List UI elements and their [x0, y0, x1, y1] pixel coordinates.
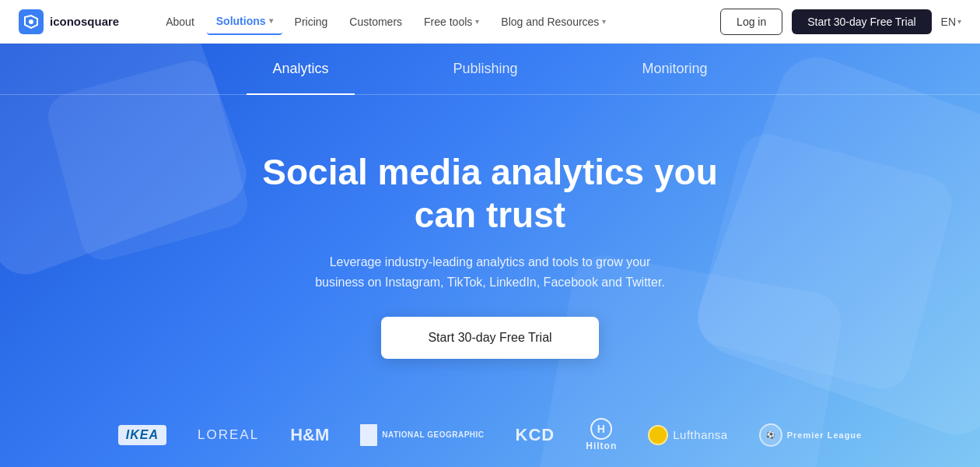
brands-bar: IKEA LOREAL H&M NATIONAL GEOGRAPHIC KCD … [0, 399, 980, 467]
lufthansa-circle-icon [648, 425, 668, 445]
chevron-down-icon: ▾ [957, 17, 961, 26]
ikea-logo: IKEA [118, 425, 166, 445]
natgeo-box-icon [360, 424, 377, 446]
nav-about[interactable]: About [156, 9, 204, 34]
logo[interactable]: iconosquare [19, 9, 119, 34]
hero-subtitle: Leverage industry-leading analytics and … [311, 252, 669, 292]
navbar: iconosquare About Solutions ▾ Pricing Cu… [0, 0, 980, 44]
natgeo-logo: NATIONAL GEOGRAPHIC [360, 424, 484, 446]
logo-text: iconosquare [50, 15, 119, 28]
chevron-down-icon: ▾ [602, 17, 606, 26]
subnav-monitoring[interactable]: Monitoring [580, 44, 770, 94]
nav-actions: Log in Start 30-day Free Trial EN ▾ [720, 9, 961, 35]
hero-trial-button[interactable]: Start 30-day Free Trial [381, 317, 598, 359]
nav-pricing[interactable]: Pricing [285, 9, 338, 34]
sub-navigation: Analytics Publishing Monitoring [0, 44, 980, 95]
loreal-logo: LOREAL [198, 427, 259, 443]
hero-section: Analytics Publishing Monitoring Social m… [0, 44, 980, 467]
nav-customers[interactable]: Customers [340, 9, 411, 34]
hero-title: Social media analytics you can trust [257, 151, 723, 237]
nav-links: About Solutions ▾ Pricing Customers Free… [156, 9, 720, 35]
nav-blog[interactable]: Blog and Resources ▾ [492, 9, 615, 34]
lufthansa-logo: Lufthansa [648, 425, 727, 445]
hilton-logo: H Hilton [586, 418, 617, 451]
trial-button[interactable]: Start 30-day Free Trial [792, 9, 931, 34]
nav-solutions[interactable]: Solutions ▾ [207, 9, 282, 35]
hm-logo: H&M [290, 425, 329, 445]
hilton-circle-icon: H [590, 418, 612, 440]
premier-league-logo: ⚽ Premier League [759, 423, 863, 447]
nav-free-tools[interactable]: Free tools ▾ [415, 9, 488, 34]
logo-icon [19, 9, 44, 34]
chevron-down-icon: ▾ [475, 17, 479, 26]
language-selector[interactable]: EN ▾ [941, 16, 961, 28]
subnav-analytics[interactable]: Analytics [210, 44, 390, 94]
premier-circle-icon: ⚽ [759, 423, 782, 447]
hero-content: Social media analytics you can trust Lev… [0, 95, 980, 399]
svg-point-1 [29, 19, 33, 24]
subnav-publishing[interactable]: Publishing [390, 44, 579, 94]
chevron-down-icon: ▾ [269, 16, 273, 25]
login-button[interactable]: Log in [720, 9, 782, 35]
kcd-logo: KCD [516, 425, 555, 445]
